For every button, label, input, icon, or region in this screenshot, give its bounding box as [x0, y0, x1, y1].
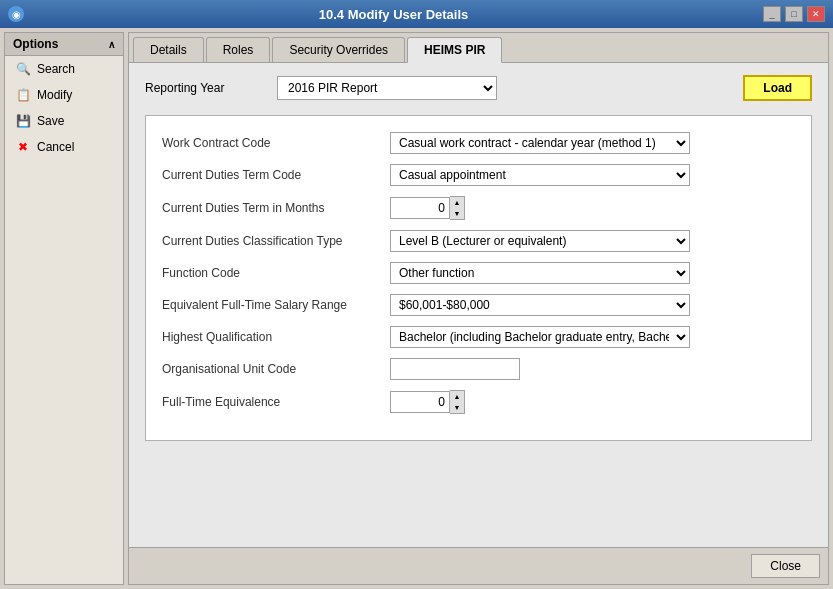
current-duties-classification-type-control: Level B (Lecturer or equivalent)	[390, 230, 690, 252]
sidebar-item-cancel[interactable]: ✖ Cancel	[5, 134, 123, 160]
full-time-equivalence-down[interactable]: ▼	[450, 402, 464, 413]
current-duties-classification-type-label: Current Duties Classification Type	[162, 234, 382, 248]
organisational-unit-code-input[interactable]	[390, 358, 520, 380]
current-duties-term-code-select[interactable]: Casual appointment	[390, 164, 690, 186]
full-time-equivalence-input[interactable]	[390, 391, 450, 413]
full-time-equivalence-up[interactable]: ▲	[450, 391, 464, 402]
full-time-equivalence-spinner: ▲ ▼	[450, 390, 465, 414]
cancel-icon: ✖	[15, 139, 31, 155]
function-code-label: Function Code	[162, 266, 382, 280]
tab-details[interactable]: Details	[133, 37, 204, 62]
current-duties-term-months-down[interactable]: ▼	[450, 208, 464, 219]
window-title: 10.4 Modify User Details	[24, 7, 763, 22]
inner-panel: Work Contract Code Casual work contract …	[145, 115, 812, 441]
equivalent-full-time-salary-range-row: Equivalent Full-Time Salary Range $60,00…	[162, 294, 795, 316]
window-controls: _ □ ✕	[763, 6, 825, 22]
sidebar-item-search[interactable]: 🔍 Search	[5, 56, 123, 82]
app-icon: ◉	[8, 6, 24, 22]
current-duties-term-months-up[interactable]: ▲	[450, 197, 464, 208]
equivalent-full-time-salary-range-select[interactable]: $60,001-$80,000	[390, 294, 690, 316]
current-duties-term-months-input[interactable]	[390, 197, 450, 219]
highest-qualification-select[interactable]: Bachelor (including Bachelor graduate en…	[390, 326, 690, 348]
sidebar-toggle[interactable]: ∧	[108, 39, 115, 50]
current-duties-term-code-control: Casual appointment	[390, 164, 690, 186]
save-icon: 💾	[15, 113, 31, 129]
main-window: Options ∧ 🔍 Search 📋 Modify 💾 Save ✖ Can…	[0, 28, 833, 589]
sidebar-header-label: Options	[13, 37, 58, 51]
reporting-year-label: Reporting Year	[145, 81, 265, 95]
function-code-row: Function Code Other function	[162, 262, 795, 284]
work-contract-code-select[interactable]: Casual work contract - calendar year (me…	[390, 132, 690, 154]
modify-icon: 📋	[15, 87, 31, 103]
full-time-equivalence-control: ▲ ▼	[390, 390, 690, 414]
sidebar-header: Options ∧	[5, 33, 123, 56]
title-bar: ◉ 10.4 Modify User Details _ □ ✕	[0, 0, 833, 28]
tab-heims-pir[interactable]: HEIMS PIR	[407, 37, 502, 63]
sidebar-item-cancel-label: Cancel	[37, 140, 74, 154]
search-icon: 🔍	[15, 61, 31, 77]
current-duties-term-months-control: ▲ ▼	[390, 196, 690, 220]
minimize-button[interactable]: _	[763, 6, 781, 22]
reporting-year-select[interactable]: 2016 PIR Report	[277, 76, 497, 100]
organisational-unit-code-row: Organisational Unit Code	[162, 358, 795, 380]
sidebar-item-search-label: Search	[37, 62, 75, 76]
footer: Close	[129, 547, 828, 584]
load-button[interactable]: Load	[743, 75, 812, 101]
work-contract-code-control: Casual work contract - calendar year (me…	[390, 132, 690, 154]
maximize-button[interactable]: □	[785, 6, 803, 22]
tab-roles[interactable]: Roles	[206, 37, 271, 62]
current-duties-term-months-row: Current Duties Term in Months ▲ ▼	[162, 196, 795, 220]
sidebar: Options ∧ 🔍 Search 📋 Modify 💾 Save ✖ Can…	[4, 32, 124, 585]
sidebar-item-save[interactable]: 💾 Save	[5, 108, 123, 134]
current-duties-term-code-label: Current Duties Term Code	[162, 168, 382, 182]
equivalent-full-time-salary-range-control: $60,001-$80,000	[390, 294, 690, 316]
highest-qualification-label: Highest Qualification	[162, 330, 382, 344]
form-area: Reporting Year 2016 PIR Report Load Work…	[129, 63, 828, 547]
highest-qualification-control: Bachelor (including Bachelor graduate en…	[390, 326, 690, 348]
work-contract-code-row: Work Contract Code Casual work contract …	[162, 132, 795, 154]
function-code-select[interactable]: Other function	[390, 262, 690, 284]
current-duties-classification-type-row: Current Duties Classification Type Level…	[162, 230, 795, 252]
close-button[interactable]: Close	[751, 554, 820, 578]
current-duties-term-months-spinner: ▲ ▼	[450, 196, 465, 220]
tab-bar: Details Roles Security Overrides HEIMS P…	[129, 33, 828, 63]
content-area: Details Roles Security Overrides HEIMS P…	[128, 32, 829, 585]
equivalent-full-time-salary-range-label: Equivalent Full-Time Salary Range	[162, 298, 382, 312]
sidebar-item-save-label: Save	[37, 114, 64, 128]
organisational-unit-code-control	[390, 358, 690, 380]
work-contract-code-label: Work Contract Code	[162, 136, 382, 150]
reporting-year-row: Reporting Year 2016 PIR Report Load	[145, 75, 812, 101]
current-duties-term-months-label: Current Duties Term in Months	[162, 201, 382, 215]
function-code-control: Other function	[390, 262, 690, 284]
highest-qualification-row: Highest Qualification Bachelor (includin…	[162, 326, 795, 348]
window-close-button[interactable]: ✕	[807, 6, 825, 22]
organisational-unit-code-label: Organisational Unit Code	[162, 362, 382, 376]
sidebar-item-modify[interactable]: 📋 Modify	[5, 82, 123, 108]
current-duties-classification-type-select[interactable]: Level B (Lecturer or equivalent)	[390, 230, 690, 252]
sidebar-item-modify-label: Modify	[37, 88, 72, 102]
current-duties-term-code-row: Current Duties Term Code Casual appointm…	[162, 164, 795, 186]
tab-security-overrides[interactable]: Security Overrides	[272, 37, 405, 62]
full-time-equivalence-label: Full-Time Equivalence	[162, 395, 382, 409]
full-time-equivalence-row: Full-Time Equivalence ▲ ▼	[162, 390, 795, 414]
